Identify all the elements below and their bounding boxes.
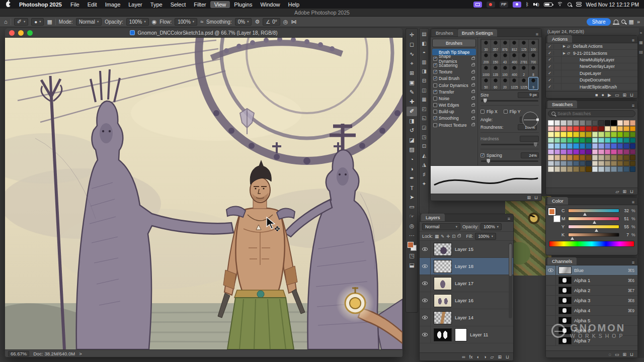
lock-icon[interactable] — [471, 64, 475, 66]
color-swatch[interactable] — [592, 161, 598, 166]
background-document-titlebar[interactable]: (Layer 24, RGB/8) — [543, 28, 639, 35]
panel-footer-icon[interactable]: ⊞ — [527, 194, 531, 201]
layer-thumbnail[interactable] — [434, 311, 452, 324]
disclosure-triangle-icon[interactable]: ▶ — [561, 51, 567, 55]
panel-menu-icon[interactable]: ≡ — [629, 260, 637, 265]
dock-panel-icon[interactable]: ⊟ — [422, 78, 426, 83]
color-swatch[interactable] — [560, 126, 567, 132]
tool-button[interactable]: ↺ — [407, 126, 417, 135]
brush-preset[interactable]: 812 — [510, 40, 519, 52]
color-swatch[interactable] — [598, 161, 604, 166]
brush-preset[interactable]: 50 — [481, 77, 491, 89]
panel-footer-icon[interactable]: ⊔ — [534, 194, 538, 201]
panel-footer-icon[interactable]: ⊞ — [622, 351, 626, 358]
lock-icon[interactable] — [471, 77, 475, 80]
smoothing-gear-icon[interactable]: ⚙ — [255, 18, 260, 26]
layer-row[interactable]: Layer 11 — [420, 326, 513, 343]
color-swatch[interactable] — [592, 132, 598, 137]
color-swatch[interactable] — [554, 149, 560, 155]
color-swatch[interactable] — [554, 126, 560, 132]
panel-footer-icon[interactable]: ◐ — [477, 353, 479, 360]
action-dialog-toggle[interactable] — [554, 63, 561, 69]
brush-preset[interactable]: 43 — [501, 52, 510, 64]
panel-footer-icon[interactable]: ◌ — [609, 351, 611, 358]
tool-button[interactable]: ◨ — [407, 116, 417, 126]
color-swatch[interactable] — [605, 149, 611, 155]
foreground-background-colors[interactable] — [548, 208, 560, 222]
foreground-color-swatch[interactable] — [408, 242, 414, 248]
section-checkbox[interactable] — [433, 57, 437, 61]
action-include-check[interactable]: ✓ — [546, 44, 554, 49]
color-swatch[interactable] — [573, 143, 579, 149]
panel-menu-icon[interactable]: ≡ — [505, 216, 513, 221]
color-swatch[interactable] — [573, 166, 579, 172]
color-swatch[interactable] — [554, 120, 560, 126]
brushes-button[interactable]: Brushes — [432, 39, 476, 47]
menubar-item[interactable]: Layer — [124, 1, 146, 8]
visibility-toggle[interactable] — [546, 265, 556, 275]
color-swatch[interactable] — [630, 138, 636, 143]
spacing-value-field[interactable]: 24% — [521, 152, 539, 158]
color-swatch[interactable] — [560, 155, 567, 160]
color-swatch[interactable] — [598, 155, 604, 160]
color-swatch[interactable] — [573, 132, 579, 137]
color-swatch[interactable] — [554, 155, 560, 160]
color-swatch[interactable] — [560, 120, 567, 126]
action-dialog-toggle[interactable] — [554, 83, 561, 89]
dock-panel-icon[interactable]: ◭ — [422, 153, 426, 158]
color-swatch[interactable] — [580, 149, 586, 155]
control-center-icon[interactable] — [576, 2, 582, 7]
flip-y-checkbox[interactable] — [504, 110, 508, 114]
section-checkbox[interactable] — [433, 90, 437, 94]
panel-footer-icon[interactable]: ◑ — [484, 353, 486, 360]
color-swatch[interactable] — [567, 132, 573, 137]
lock-icon[interactable] — [471, 90, 475, 93]
menubar-item[interactable]: Image — [101, 1, 125, 8]
color-swatch[interactable] — [617, 120, 623, 126]
size-value-field[interactable]: 9 px — [518, 92, 539, 98]
brush-preset[interactable]: 9 — [529, 77, 538, 89]
color-swatch[interactable] — [592, 155, 598, 160]
panel-footer-icon[interactable]: ▭ — [615, 351, 619, 358]
tool-button[interactable]: ✛ — [407, 30, 417, 40]
layer-thumbnail[interactable] — [434, 277, 452, 290]
channel-value[interactable]: 55 — [622, 224, 629, 229]
visibility-toggle[interactable] — [546, 286, 556, 295]
menubar-item[interactable]: Select — [167, 1, 190, 8]
panel-footer-icon[interactable]: ▶ — [608, 92, 611, 99]
color-swatch[interactable] — [548, 149, 554, 155]
panel-footer-icon[interactable]: ⊔ — [630, 351, 633, 358]
brush-settings-section[interactable]: Build-up — [432, 109, 476, 115]
brush-preset[interactable]: 876 — [501, 40, 510, 52]
collapse-icon[interactable]: ▦ — [639, 40, 643, 45]
action-include-check[interactable]: ✓ — [546, 51, 554, 55]
color-swatch[interactable] — [567, 120, 573, 126]
document-titlebar[interactable]: Gnomon_DNCColorSketch1a.psd @ 66.7% (Lay… — [5, 28, 403, 38]
color-swatch[interactable] — [611, 132, 617, 137]
brush-settings-section[interactable]: Wet Edges — [432, 102, 476, 109]
section-checkbox[interactable] — [433, 97, 437, 101]
color-swatch[interactable] — [573, 149, 579, 155]
color-swatch[interactable] — [548, 126, 554, 132]
color-swatch[interactable] — [605, 161, 611, 166]
color-swatch[interactable] — [573, 161, 579, 166]
panel-footer-icon[interactable]: ⊔ — [630, 92, 633, 99]
color-swatch[interactable] — [598, 132, 604, 137]
color-swatch[interactable] — [560, 161, 567, 166]
layer-row[interactable]: Layer 14 — [420, 309, 513, 326]
lock-option-icon[interactable]: ✛ — [446, 234, 450, 239]
camera-icon[interactable] — [513, 2, 521, 8]
menubar-item[interactable]: Edit — [84, 1, 101, 8]
tool-button[interactable]: ◑ — [407, 164, 417, 173]
disclosure-triangle-icon[interactable]: ▶ — [561, 44, 567, 48]
layer-thumbnail[interactable] — [434, 328, 452, 341]
color-swatch[interactable] — [548, 132, 554, 137]
visibility-toggle[interactable] — [546, 296, 556, 305]
tab-layers[interactable]: Layers — [421, 214, 445, 221]
visibility-toggle[interactable] — [420, 258, 431, 275]
lock-icon[interactable] — [471, 84, 475, 86]
menubar-app-name[interactable]: Photoshop 2025 — [15, 1, 66, 8]
lock-icon[interactable] — [471, 104, 475, 107]
brush-preset[interactable]: 2 — [519, 65, 528, 77]
pip-badge[interactable]: PiP — [500, 2, 508, 8]
